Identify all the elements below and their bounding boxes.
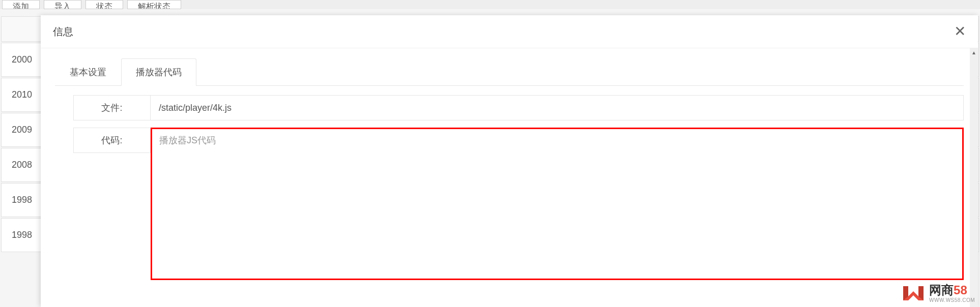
modal-body: 基本设置 播放器代码 文件: 代码: [41, 48, 978, 307]
watermark-url: WWW.WS58.COM [929, 297, 975, 303]
modal-header: 信息 ✕ [41, 15, 978, 48]
code-label: 代码: [73, 128, 151, 153]
file-input[interactable] [151, 95, 964, 120]
background-toolbar: 添加 导入 状态 解析状态 [0, 0, 980, 9]
code-textarea[interactable] [151, 128, 964, 280]
bg-btn[interactable]: 状态 [85, 0, 123, 9]
scrollbar-up-icon[interactable]: ▲ [970, 48, 978, 56]
bg-btn[interactable]: 添加 [2, 0, 40, 9]
modal-title: 信息 [53, 25, 73, 39]
tab-player-code[interactable]: 播放器代码 [121, 58, 196, 86]
bg-btn[interactable]: 解析状态 [127, 0, 181, 9]
info-modal: 信息 ✕ 基本设置 播放器代码 文件: 代码: ▲ [41, 15, 978, 307]
watermark-logo-icon [901, 284, 926, 303]
scrollbar[interactable]: ▲ [970, 48, 978, 307]
form-row-file: 文件: [55, 95, 964, 120]
tabs-row: 基本设置 播放器代码 [55, 58, 964, 86]
file-label: 文件: [73, 95, 151, 120]
close-icon[interactable]: ✕ [954, 24, 966, 39]
watermark-text: 网商58 [929, 284, 975, 297]
bg-btn[interactable]: 导入 [44, 0, 81, 9]
form-row-code: 代码: [55, 128, 964, 282]
tab-basic-settings[interactable]: 基本设置 [55, 58, 121, 86]
watermark: 网商58 WWW.WS58.COM [901, 284, 975, 303]
